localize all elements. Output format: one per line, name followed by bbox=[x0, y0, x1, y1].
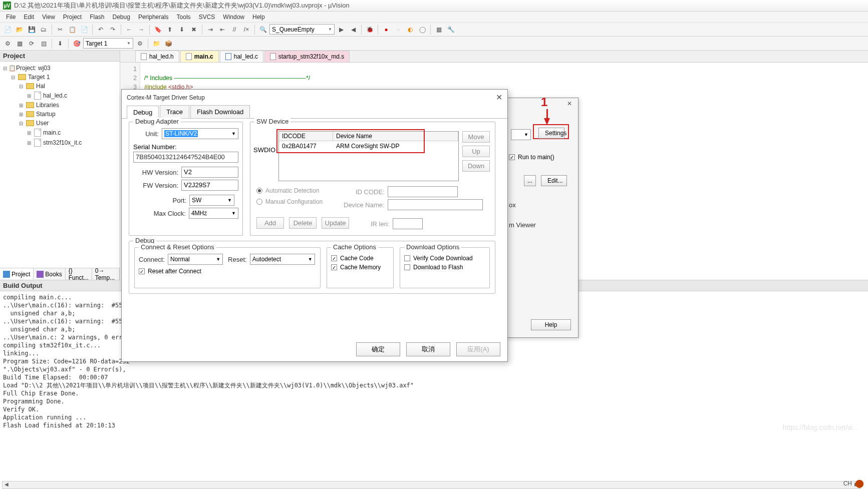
add-button[interactable]: Add bbox=[256, 217, 284, 229]
auto-detection-radio[interactable]: Automatic Detection bbox=[256, 187, 323, 194]
cache-code-check[interactable]: ✓Cache Code bbox=[331, 255, 389, 262]
unit-combo[interactable]: ST-LINK/V2▼ bbox=[162, 128, 238, 139]
tree-file[interactable]: ⊞hal_led.c bbox=[2, 91, 118, 101]
comment-icon[interactable]: // bbox=[229, 24, 240, 35]
translate-icon[interactable]: ⚙ bbox=[2, 38, 13, 49]
cancel-button[interactable]: 取消 bbox=[406, 342, 450, 356]
dots-button[interactable]: ... bbox=[524, 175, 536, 186]
connect-combo[interactable]: Normal▼ bbox=[168, 254, 223, 265]
breakpoint-disable-icon[interactable]: ○ bbox=[393, 24, 404, 35]
close-icon[interactable]: ✕ bbox=[563, 100, 576, 110]
redo-icon[interactable]: ↷ bbox=[107, 24, 118, 35]
tree-file[interactable]: ⊞stm32f10x_it.c bbox=[2, 138, 118, 148]
cache-memory-check[interactable]: ✓Cache Memory bbox=[331, 264, 389, 271]
tree-file[interactable]: ⊞main.c bbox=[2, 128, 118, 138]
cut-icon[interactable]: ✂ bbox=[55, 24, 66, 35]
target-select-combo[interactable]: Target 1▼ bbox=[83, 38, 133, 49]
new-file-icon[interactable]: 📄 bbox=[2, 24, 13, 35]
help-button[interactable]: Help bbox=[531, 319, 571, 330]
editor-tab-active[interactable]: main.c bbox=[180, 51, 219, 62]
bookmark-prev-icon[interactable]: ⬆ bbox=[164, 24, 175, 35]
close-icon[interactable]: ✕ bbox=[496, 93, 502, 102]
batch-build-icon[interactable]: ▤ bbox=[38, 38, 49, 49]
verify-code-check[interactable]: Verify Code Download bbox=[404, 255, 485, 262]
uncomment-icon[interactable]: /× bbox=[241, 24, 252, 35]
up-button[interactable]: Up bbox=[462, 146, 490, 157]
menu-debug[interactable]: Debug bbox=[109, 13, 134, 22]
move-button[interactable]: Move bbox=[462, 131, 490, 143]
tree-target[interactable]: ⊟Target 1 bbox=[2, 73, 118, 82]
menu-svcs[interactable]: SVCS bbox=[195, 13, 219, 22]
outdent-icon[interactable]: ⇤ bbox=[217, 24, 228, 35]
tree-project-root[interactable]: ⊟📋Project: wj03 bbox=[2, 64, 118, 73]
debug-icon[interactable]: 🐞 bbox=[364, 24, 375, 35]
dialog-tab-debug[interactable]: Debug bbox=[127, 106, 159, 119]
run-to-main-check[interactable]: ✓Run to main() bbox=[509, 154, 554, 161]
editor-tab[interactable]: startup_stm32f10x_md.s bbox=[264, 51, 350, 62]
delete-button[interactable]: Delete bbox=[289, 217, 317, 229]
options-icon[interactable]: ⚙ bbox=[134, 38, 145, 49]
update-button[interactable]: Update bbox=[322, 217, 349, 229]
config-icon[interactable]: 🔧 bbox=[445, 24, 456, 35]
breakpoint-kill-icon[interactable]: ◐ bbox=[405, 24, 416, 35]
settings-button[interactable]: Settings bbox=[538, 128, 564, 139]
tree-group-startup[interactable]: ⊞Startup bbox=[2, 110, 118, 119]
editor-tab[interactable]: hal_led.h bbox=[135, 51, 179, 62]
find-combo[interactable]: S_QueueEmpty▼ bbox=[269, 24, 335, 35]
pack-icon[interactable]: 📦 bbox=[163, 38, 174, 49]
menu-file[interactable]: File bbox=[2, 13, 20, 22]
menu-flash[interactable]: Flash bbox=[86, 13, 108, 22]
ptab-project[interactable]: Project bbox=[0, 268, 34, 280]
tree-group-user[interactable]: ⊟User bbox=[2, 119, 118, 128]
project-tree[interactable]: ⊟📋Project: wj03 ⊟Target 1 ⊟Hal ⊞hal_led.… bbox=[0, 62, 120, 268]
down-button[interactable]: Down bbox=[462, 160, 490, 172]
menu-project[interactable]: Project bbox=[59, 13, 86, 22]
bookmark-next-icon[interactable]: ⬇ bbox=[176, 24, 187, 35]
manual-config-radio[interactable]: Manual Configuration bbox=[256, 198, 323, 205]
open-file-icon[interactable]: 📂 bbox=[14, 24, 25, 35]
rebuild-icon[interactable]: ⟳ bbox=[26, 38, 37, 49]
idcode-input[interactable] bbox=[388, 186, 458, 197]
paste-icon[interactable]: 📄 bbox=[79, 24, 90, 35]
editor-tab[interactable]: hal_led.c bbox=[220, 51, 263, 62]
dialog-tab-flash[interactable]: Flash Download bbox=[190, 105, 250, 118]
window-icon[interactable]: ▦ bbox=[433, 24, 444, 35]
copy-icon[interactable]: 📋 bbox=[67, 24, 78, 35]
ptab-books[interactable]: Books bbox=[34, 268, 65, 280]
apply-button[interactable]: 应用(A) bbox=[456, 342, 500, 356]
devname-input[interactable] bbox=[388, 199, 483, 210]
port-combo[interactable]: SW▼ bbox=[189, 195, 234, 206]
ptab-functions[interactable]: {} Funct... bbox=[66, 268, 92, 280]
menu-help[interactable]: Help bbox=[248, 13, 269, 22]
save-icon[interactable]: 💾 bbox=[26, 24, 37, 35]
breakpoint-killall-icon[interactable]: ◯ bbox=[417, 24, 428, 35]
clock-combo[interactable]: 4MHz▼ bbox=[189, 208, 238, 219]
nav-back-icon[interactable]: ← bbox=[124, 24, 135, 35]
manage-icon[interactable]: 📁 bbox=[151, 38, 162, 49]
ptab-templates[interactable]: 0→ Temp... bbox=[92, 268, 120, 280]
bookmark-clear-icon[interactable]: ✖ bbox=[188, 24, 199, 35]
edit-button[interactable]: Edit... bbox=[541, 175, 567, 186]
ok-button[interactable]: 确定 bbox=[356, 342, 400, 356]
nav-fwd-icon[interactable]: → bbox=[136, 24, 147, 35]
tree-group-libraries[interactable]: ⊞Libraries bbox=[2, 101, 118, 110]
find-next-icon[interactable]: ▶ bbox=[336, 24, 347, 35]
undo-icon[interactable]: ↶ bbox=[95, 24, 106, 35]
menu-edit[interactable]: Edit bbox=[20, 13, 38, 22]
find-icon[interactable]: 🔍 bbox=[257, 24, 268, 35]
debugger-combo-back[interactable]: ▼ bbox=[511, 129, 531, 140]
find-prev-icon[interactable]: ◀ bbox=[348, 24, 359, 35]
irlen-input[interactable] bbox=[393, 218, 423, 229]
menu-view[interactable]: View bbox=[38, 13, 59, 22]
menu-tools[interactable]: Tools bbox=[173, 13, 195, 22]
bookmark-icon[interactable]: 🔖 bbox=[152, 24, 163, 35]
target-options-icon[interactable]: 🎯 bbox=[71, 38, 82, 49]
tree-group-hal[interactable]: ⊟Hal bbox=[2, 82, 118, 91]
dialog-tab-trace[interactable]: Trace bbox=[160, 105, 189, 118]
save-all-icon[interactable]: 🗂 bbox=[38, 24, 49, 35]
build-icon[interactable]: ▦ bbox=[14, 38, 25, 49]
menu-window[interactable]: Window bbox=[219, 13, 248, 22]
download-flash-check[interactable]: Download to Flash bbox=[404, 264, 485, 271]
reset-combo[interactable]: Autodetect▼ bbox=[250, 254, 315, 265]
reset-after-connect-check[interactable]: ✓Reset after Connect bbox=[139, 268, 316, 275]
